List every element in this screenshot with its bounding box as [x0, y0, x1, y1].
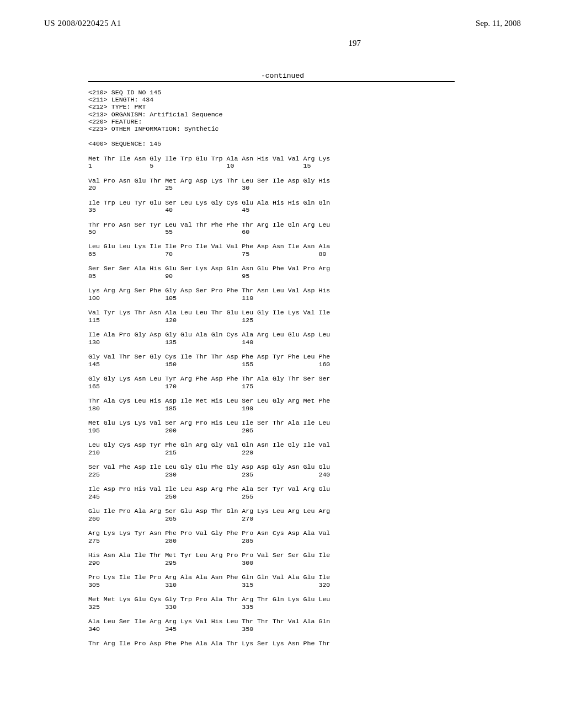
continued-label: -continued [44, 72, 521, 80]
publication-number: US 2008/0220425 A1 [44, 19, 121, 28]
page-container: US 2008/0220425 A1 Sep. 11, 2008 197 -co… [0, 0, 565, 728]
page-number: 197 [349, 39, 361, 48]
publication-date: Sep. 11, 2008 [476, 19, 521, 28]
sequence-listing: <210> SEQ ID NO 145 <211> LENGTH: 434 <2… [88, 89, 521, 655]
horizontal-rule [88, 81, 455, 82]
